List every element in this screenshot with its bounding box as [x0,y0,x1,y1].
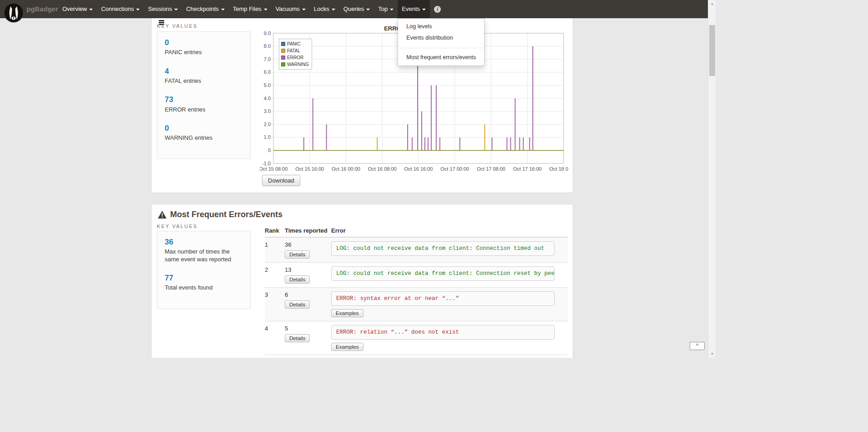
menu-item-most-frequent-errors[interactable]: Most frequent errors/events [398,52,484,63]
nav-item-temp-files[interactable]: Temp Files [229,0,272,18]
details-button[interactable]: Details [285,334,310,342]
nav-item-label: Overview [62,5,87,12]
menu-divider [398,48,484,48]
caret-down-icon [89,9,93,10]
svg-text:Oct 17 16:00: Oct 17 16:00 [513,166,542,172]
examples-button[interactable]: Examples [331,309,363,317]
panic-swatch-icon [281,42,285,46]
nav-item-events[interactable]: Events [398,0,430,18]
stat-item: 0 WARNING entries [165,124,243,142]
legend-item-warning: WARNING [281,61,309,68]
nav-item-top[interactable]: Top [374,0,398,18]
nav-item-label: Checkpoints [186,5,219,12]
column-header-rank: Rank [265,227,285,237]
max-event-count-label: Max number of times the same event was r… [165,248,243,263]
legend-label: FATAL [287,48,300,53]
fatal-entries-value: 4 [165,67,243,76]
errors-table: Rank Times reported Error 1 36 Details L… [265,227,568,355]
events-dropdown-menu: Log levels Events distribution Most freq… [398,18,484,66]
browser-viewport: KEY VALUES 0 PANIC entries 4 FATAL entri… [0,0,716,358]
stat-item: 4 FATAL entries [165,67,243,85]
key-values-heading: KEY VALUES [157,224,197,229]
error-message: ERROR: relation “...” does not exist [331,325,555,340]
stat-item: 73 ERROR entries [165,95,243,113]
key-values-box: 0 PANIC entries 4 FATAL entries 73 ERROR… [157,31,251,159]
legend-item-error: ERROR [281,54,309,61]
fatal-entries-label: FATAL entries [165,77,243,85]
times-reported-value: 13 [285,266,331,273]
svg-text:Oct 16 16:00: Oct 16 16:00 [404,166,433,172]
table-row: 3 6 Details ERROR: syntax error at or ne… [265,288,568,321]
svg-text:3.0: 3.0 [264,108,271,114]
scroll-down-arrow-icon[interactable]: ▼ [708,350,716,358]
caret-down-icon [390,9,394,10]
svg-text:9.0: 9.0 [264,30,271,36]
key-values-box: 36 Max number of times the same event wa… [157,231,251,309]
download-button[interactable]: Download [262,175,300,186]
menu-item-log-levels[interactable]: Log levels [398,21,484,32]
warning-entries-label: WARNING entries [165,134,243,142]
caret-down-icon [136,9,140,10]
menu-item-events-distribution[interactable]: Events distribution [398,32,484,44]
caret-down-icon [332,9,335,10]
rank-cell: 4 [265,321,285,355]
key-values-heading: KEY VALUES [157,23,197,29]
nav-item-label: Connections [101,5,134,12]
stat-item: 77 Total events found [165,274,243,292]
caret-down-icon [422,9,426,10]
svg-text:4.0: 4.0 [264,96,271,101]
svg-text:Oct 18 00:00: Oct 18 00:00 [550,166,569,172]
details-button[interactable]: Details [285,250,310,259]
nav-item-vacuums[interactable]: Vacuums [272,0,310,18]
caret-down-icon [221,9,225,10]
nav-item-label: Temp Files [233,5,262,12]
nav-item-overview[interactable]: Overview [58,0,97,18]
examples-button[interactable]: Examples [331,343,363,351]
error-message: LOG: could not receive data from client:… [331,266,555,281]
panic-entries-value: 0 [165,38,243,47]
svg-text:Oct 15 08:00: Oct 15 08:00 [260,166,288,172]
svg-text:5.0: 5.0 [264,82,271,88]
panel-title-row: Most Frequent Errors/Events [158,210,283,219]
max-event-count-value: 36 [165,238,243,247]
scrollbar-thumb[interactable] [709,25,715,76]
rank-cell: 1 [265,237,285,263]
vertical-scrollbar[interactable]: ▲ ▼ [708,0,716,358]
error-entries-value: 73 [165,95,243,104]
times-reported-value: 5 [285,325,331,332]
page-content: KEY VALUES 0 PANIC entries 4 FATAL entri… [151,0,573,358]
times-reported-value: 6 [285,291,331,298]
nav-item-sessions[interactable]: Sessions [144,0,182,18]
legend-label: PANIC [287,41,301,46]
column-header-error: Error [331,227,568,237]
nav-item-connections[interactable]: Connections [97,0,144,18]
details-button[interactable]: Details [285,275,310,284]
caret-down-icon [174,9,178,10]
scroll-to-top-button[interactable]: ^ [690,342,705,350]
nav-item-queries[interactable]: Queries [339,0,374,18]
svg-text:Oct 16 00:00: Oct 16 00:00 [332,166,360,172]
column-header-times-reported: Times reported [285,227,331,237]
nav-item-checkpoints[interactable]: Checkpoints [182,0,229,18]
svg-text:Oct 17 08:00: Oct 17 08:00 [477,166,505,172]
error-cell: ERROR: syntax error at or near “...” Exa… [331,288,568,321]
nav-item-label: Sessions [148,5,172,12]
nav-item-label: Locks [314,5,329,12]
times-cell: 6 Details [285,288,331,321]
legend-item-panic: PANIC [281,41,309,47]
warning-entries-value: 0 [165,124,243,133]
details-button[interactable]: Details [285,300,310,309]
panic-entries-label: PANIC entries [165,49,243,56]
times-reported-value: 36 [285,241,331,248]
caret-down-icon [264,9,267,10]
nav-item-locks[interactable]: Locks [310,0,339,18]
legend-label: ERROR [287,55,303,60]
stat-item: 0 PANIC entries [165,38,243,56]
scroll-up-arrow-icon[interactable]: ▲ [708,0,716,8]
brand-name: pgBadger [26,0,58,18]
pgbadger-badger-logo-icon[interactable] [4,3,24,23]
most-frequent-errors-panel: Most Frequent Errors/Events KEY VALUES 3… [151,204,573,358]
info-button[interactable]: i [430,0,445,18]
total-events-value: 77 [165,274,243,283]
svg-text:0: 0 [268,147,271,153]
